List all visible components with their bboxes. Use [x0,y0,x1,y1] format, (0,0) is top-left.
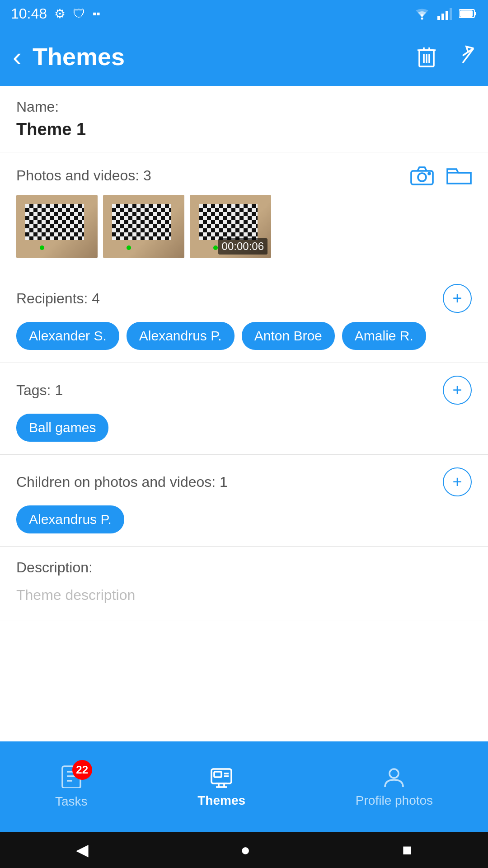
shield-icon: 🛡 [73,6,85,21]
status-time: 10:48 [11,5,47,22]
recipient-chip-3[interactable]: Anton Broe [242,322,335,350]
battery-icon [459,8,477,19]
child-chip-1[interactable]: Alexandrus P. [16,505,124,533]
tag-chip-1[interactable]: Ball games [16,414,108,442]
photo-thumb-1[interactable] [16,195,98,258]
tags-section: Tags: 1 + Ball games [0,363,488,455]
name-label: Name: [16,99,472,115]
settings-icon: ⚙ [54,6,66,21]
svg-point-33 [389,769,399,778]
name-value: Theme 1 [16,120,472,139]
status-left: 10:48 ⚙ 🛡 ▪▪ [11,5,100,22]
themes-nav-label: Themes [197,793,245,808]
svg-point-19 [428,173,430,175]
status-right [414,7,477,20]
status-bar: 10:48 ⚙ 🛡 ▪▪ [0,0,488,27]
photo-thumb-3[interactable]: 00:00:06 [190,195,271,258]
name-section: Name: Theme 1 [0,86,488,152]
description-section: Description: Theme description [0,547,488,621]
recipient-chip-4[interactable]: Amalie R. [342,322,426,350]
tags-chips: Ball games [16,414,472,442]
photos-grid: 00:00:06 [16,195,472,258]
svg-rect-6 [474,12,476,15]
camera-button[interactable] [410,165,434,186]
system-nav-bar: ◀ ● ■ [0,832,488,868]
recipient-chip-2[interactable]: Alexandrus P. [127,322,235,350]
themes-nav-icon [210,765,233,789]
app-bar-actions [416,45,475,68]
sys-back-button[interactable]: ◀ [76,840,89,859]
svg-point-18 [418,173,426,181]
description-input[interactable]: Theme description [16,582,472,608]
photo-thumb-2[interactable] [103,195,184,258]
tags-header: Tags: 1 + [16,376,472,405]
signal-icon [437,7,452,20]
recipient-chip-1[interactable]: Alexander S. [16,322,119,350]
tags-label: Tags: 1 [16,382,63,399]
add-recipient-button[interactable]: + [443,284,472,313]
app-bar-title: Themes [33,42,416,71]
children-chips: Alexandrus P. [16,505,472,533]
sys-recents-button[interactable]: ■ [402,840,412,859]
video-duration: 00:00:06 [218,238,267,255]
svg-rect-4 [450,8,452,20]
children-label: Children on photos and videos: 1 [16,474,228,491]
recipients-chips: Alexander S. Alexandrus P. Anton Broe Am… [16,322,472,350]
photos-section: Photos and videos: 3 [0,152,488,271]
svg-point-0 [421,18,423,20]
tasks-badge: 22 [72,760,92,780]
svg-rect-2 [441,14,444,20]
wifi-icon [414,7,430,20]
nav-item-themes[interactable]: Themes [197,765,245,808]
add-tag-button[interactable]: + [443,376,472,405]
nav-item-tasks[interactable]: 22 Tasks [55,764,88,809]
bottom-nav: 22 Tasks Themes Profile photos [0,741,488,832]
delete-button[interactable] [416,45,437,68]
profile-photos-nav-label: Profile photos [356,793,433,808]
recipients-header: Recipients: 4 + [16,284,472,313]
folder-button[interactable] [446,165,472,186]
add-child-button[interactable]: + [443,467,472,496]
svg-rect-30 [214,772,221,777]
svg-rect-1 [437,16,440,20]
photos-header: Photos and videos: 3 [16,165,472,186]
nav-item-profile-photos[interactable]: Profile photos [356,765,433,808]
app-bar: ‹ Themes [0,27,488,86]
description-label: Description: [16,559,472,576]
share-button[interactable] [454,45,475,68]
tasks-nav-label: Tasks [55,794,88,809]
children-section: Children on photos and videos: 1 + Alexa… [0,455,488,547]
photos-label: Photos and videos: 3 [16,167,151,184]
profile-photos-nav-icon [382,765,406,789]
photos-actions [410,165,472,186]
children-header: Children on photos and videos: 1 + [16,467,472,496]
sys-home-button[interactable]: ● [240,840,250,859]
sim-icon: ▪▪ [93,7,100,20]
back-button[interactable]: ‹ [13,41,22,72]
svg-rect-3 [446,11,448,20]
recipients-section: Recipients: 4 + Alexander S. Alexandrus … [0,271,488,363]
content-area: Name: Theme 1 Photos and videos: 3 [0,86,488,741]
svg-rect-7 [460,10,473,17]
recipients-label: Recipients: 4 [16,290,100,307]
